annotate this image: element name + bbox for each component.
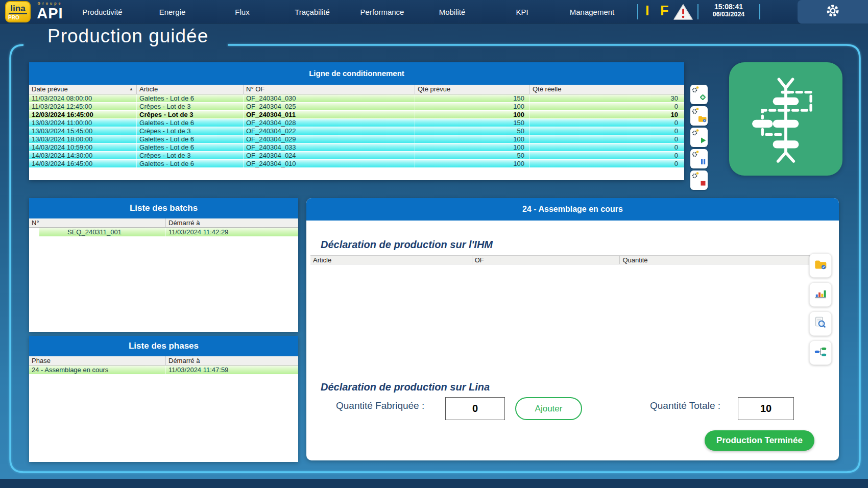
cell-qte-prevue: 150 [415, 94, 530, 102]
column-label: Date prévue [32, 86, 68, 93]
cell-n-of: OF_240304_029 [244, 135, 415, 143]
assemblage-body: Déclaration de production sur l'IHM Arti… [306, 221, 839, 460]
of-row[interactable]: 13/03/2024 15:45:00 Crêpes - Lot de 3 OF… [29, 127, 684, 135]
of-start-button[interactable] [690, 128, 708, 147]
column-of: OF [472, 256, 620, 264]
menu-item[interactable]: Flux [207, 8, 277, 16]
quantite-fabriquee-input[interactable] [445, 397, 505, 420]
cell-n-of: OF_240304_010 [244, 160, 415, 167]
search-document-button[interactable] [809, 311, 832, 336]
ihm-table-header: Article OF Quantité [310, 255, 810, 264]
batchs-panel-title: Liste des batchs [29, 198, 298, 218]
of-row[interactable]: 11/03/2024 08:00:00 Galettes - Lot de 6 … [29, 94, 684, 103]
ajouter-button[interactable]: Ajouter [515, 397, 582, 420]
phases-panel: Liste des phases Phase Démarré à 24 - As… [29, 336, 298, 462]
cell-date-prevue: 14/03/2024 16:45:00 [29, 160, 137, 167]
cell-qte-prevue: 100 [415, 135, 530, 143]
of-edit-button[interactable] [690, 106, 708, 126]
cell-article: Galettes - Lot de 6 [137, 160, 244, 167]
of-row[interactable]: 13/03/2024 11:00:00 Galettes - Lot de 6 … [29, 119, 684, 127]
quantite-fabriquee-label: Quantité Fabriquée : [336, 400, 424, 411]
cell-phase-started: 11/03/2024 11:47:59 [166, 365, 298, 374]
cell-n-of: OF_240304_033 [244, 143, 415, 151]
stop-icon [700, 180, 707, 189]
cell-article: Crêpes - Lot de 3 [137, 103, 244, 110]
warning-triangle-icon[interactable] [673, 4, 693, 21]
cell-article: Galettes - Lot de 6 [137, 119, 244, 127]
batchs-table-body: SEQ_240311_001 11/03/2024 11:42:29 [29, 228, 298, 237]
cell-article: Galettes - Lot de 6 [137, 135, 244, 143]
bar-chart-icon [814, 288, 827, 301]
cell-date-prevue: 14/03/2024 14:30:00 [29, 152, 137, 159]
ihm-declaration-heading: Déclaration de production sur l'IHM [321, 239, 493, 251]
menu-item[interactable]: Traçabilité [277, 8, 347, 16]
quantite-totale-label: Quantité Totale : [650, 400, 720, 411]
of-row[interactable]: 14/03/2024 10:59:00 Galettes - Lot de 6 … [29, 143, 684, 152]
search-document-icon [814, 316, 827, 331]
gear-icon [691, 150, 699, 160]
column-phase: Phase [29, 356, 166, 365]
logo-pro-text: PRO [6, 15, 30, 20]
cell-n-of: OF_240304_024 [244, 152, 415, 159]
indicator-i: I [645, 3, 649, 19]
gear-icon [691, 129, 699, 138]
gear-icon [691, 86, 699, 95]
cell-date-prevue: 11/03/2024 08:00:00 [29, 94, 137, 102]
logo-lina-text: lina [9, 4, 27, 14]
menu-item[interactable]: Energie [137, 8, 207, 16]
navbar-divider [637, 4, 638, 19]
menu-item[interactable]: Management [557, 8, 627, 16]
of-row[interactable]: 11/03/2024 12:45:00 Crêpes - Lot de 3 OF… [29, 103, 684, 111]
cell-date-prevue: 14/03/2024 10:59:00 [29, 143, 137, 151]
phase-row[interactable]: 24 - Assemblage en cours 11/03/2024 11:4… [29, 365, 298, 375]
cell-article: Galettes - Lot de 6 [137, 94, 244, 102]
menu-item[interactable]: KPI [487, 8, 557, 16]
cell-qte-reelle: 0 [530, 135, 684, 143]
cell-qte-reelle: 0 [530, 152, 684, 159]
add-icon [699, 93, 707, 103]
groupe-api-logo: Groupe API [34, 2, 66, 21]
production-terminee-button[interactable]: Production Terminée [705, 430, 814, 451]
column-numero: N° [29, 218, 166, 227]
settings-button[interactable] [798, 0, 868, 23]
quantite-totale-input[interactable] [738, 397, 794, 420]
ihm-declaration-table: Article OF Quantité [310, 255, 810, 264]
cell-article: Crêpes - Lot de 3 [137, 111, 244, 118]
menu-item[interactable]: Productivité [67, 8, 137, 16]
cell-n-of: OF_240304_028 [244, 119, 415, 127]
cell-qte-prevue: 50 [415, 152, 530, 159]
of-add-button[interactable] [690, 85, 708, 104]
batch-row[interactable]: SEQ_240311_001 11/03/2024 11:42:29 [39, 228, 298, 237]
bar-chart-button[interactable] [809, 282, 832, 307]
cell-qte-prevue: 100 [415, 111, 530, 118]
cell-article: Galettes - Lot de 6 [137, 143, 244, 151]
menu-item[interactable]: Performance [347, 8, 417, 16]
gear-icon [691, 172, 699, 181]
phases-table-body: 24 - Assemblage en cours 11/03/2024 11:4… [29, 365, 298, 375]
of-stop-button[interactable] [690, 170, 708, 190]
cell-date-prevue: 13/03/2024 18:00:00 [29, 135, 137, 143]
column-demarre-a: Démarré à [166, 356, 298, 365]
assemblage-side-toolbar [809, 253, 834, 370]
of-row[interactable]: 13/03/2024 18:00:00 Galettes - Lot de 6 … [29, 135, 684, 143]
production-guidee-screen: lina PRO Groupe API Productivité Energie… [0, 0, 868, 488]
navbar-divider [759, 4, 760, 19]
flow-diagram-button[interactable] [809, 340, 832, 365]
of-pause-button[interactable] [690, 149, 708, 168]
of-row[interactable]: 12/03/2024 16:45:00 Crêpes - Lot de 3 OF… [29, 111, 684, 119]
clock-date: 06/03/2024 [702, 11, 756, 18]
cell-qte-reelle: 0 [530, 127, 684, 135]
folder-edit-icon [698, 115, 707, 125]
sequence-diagram-button[interactable] [729, 62, 842, 176]
cell-qte-reelle: 30 [530, 94, 684, 102]
indicator-f: F [660, 3, 669, 19]
of-row[interactable]: 14/03/2024 16:45:00 Galettes - Lot de 6 … [29, 160, 684, 168]
column-date-prevue[interactable]: Date prévue ▲ [29, 85, 137, 94]
assemblage-panel: 24 - Assemblage en cours Déclaration de … [306, 198, 839, 460]
menu-item[interactable]: Mobilité [417, 8, 487, 16]
cell-qte-prevue: 100 [415, 103, 530, 110]
of-row[interactable]: 14/03/2024 14:30:00 Crêpes - Lot de 3 OF… [29, 152, 684, 160]
folder-edit-button[interactable] [809, 253, 832, 278]
sort-asc-icon: ▲ [129, 86, 133, 93]
pause-icon [700, 158, 707, 167]
